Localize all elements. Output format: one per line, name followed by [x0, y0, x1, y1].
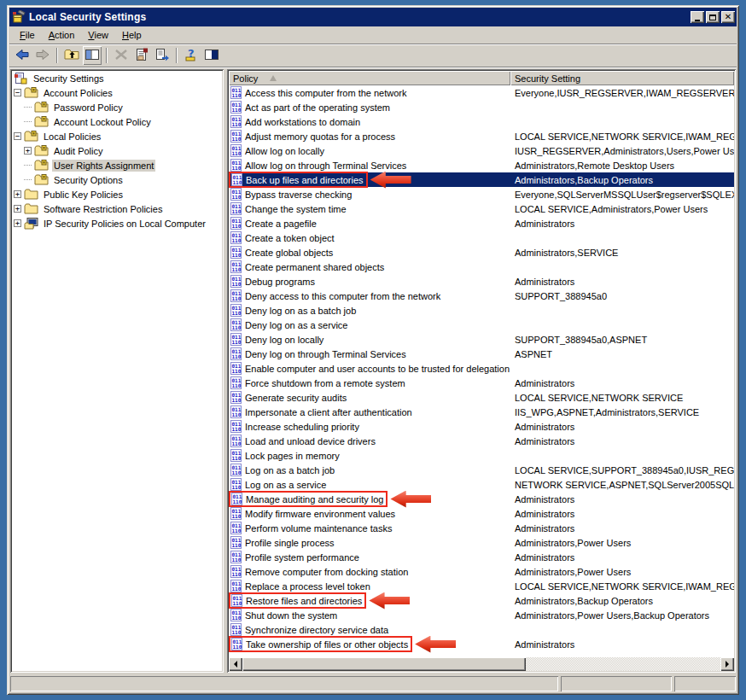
policy-cell: 011110Deny log on through Terminal Servi…	[229, 347, 510, 360]
tree-item-local-policies[interactable]: −Local Policies	[12, 129, 222, 143]
tree-item-software-restriction-policies[interactable]: +Software Restriction Policies	[12, 201, 222, 216]
tree-item-security-options[interactable]: Security Options	[12, 172, 222, 187]
security-setting-cell: Administrators	[510, 378, 734, 388]
policy-rows: 011110Access this computer from the netw…	[229, 85, 734, 657]
collapse-minus-box[interactable]: −	[14, 89, 21, 96]
close-button[interactable]: ✕	[721, 11, 735, 23]
folder-lock-icon	[34, 115, 49, 128]
svg-text:110: 110	[232, 223, 242, 229]
help-button[interactable]: ?	[182, 46, 201, 65]
tree-item-audit-policy[interactable]: +Audit Policy	[12, 143, 222, 158]
policy-row[interactable]: 011110Replace a process level tokenLOCAL…	[229, 579, 734, 593]
svg-text:110: 110	[232, 237, 242, 243]
policy-cell: 011110Allow log on through Terminal Serv…	[229, 159, 510, 172]
policy-row[interactable]: 011110Deny access to this computer from …	[229, 289, 734, 303]
policy-row[interactable]: 011110Create global objectsAdministrator…	[229, 245, 734, 260]
policy-row[interactable]: 011110Deny log on locallySUPPORT_388945a…	[229, 332, 734, 347]
menu-item-file[interactable]: File	[13, 28, 42, 42]
scroll-left-button[interactable]	[229, 657, 242, 671]
policy-row[interactable]: 011110Remove computer from docking stati…	[229, 564, 734, 579]
policy-row[interactable]: 011110Perform volume maintenance tasksAd…	[229, 521, 734, 535]
policy-icon: 011110	[230, 420, 242, 433]
minimize-button[interactable]	[691, 11, 704, 23]
policy-row[interactable]: 011110Bypass traverse checkingEveryone,S…	[229, 187, 734, 201]
policy-row[interactable]: 011110Enable computer and user accounts …	[229, 361, 734, 376]
policy-row[interactable]: 011110Deny log on as a service	[229, 318, 734, 332]
export-list-icon	[154, 48, 170, 63]
policy-row[interactable]: 011110Shut down the systemAdministrators…	[229, 608, 734, 622]
svg-text:110: 110	[232, 353, 242, 359]
scrollbar-track[interactable]	[242, 657, 720, 671]
properties-button[interactable]	[132, 46, 151, 65]
policy-row[interactable]: 011110Act as part of the operating syste…	[229, 100, 734, 114]
svg-text:110: 110	[232, 324, 242, 330]
policy-row[interactable]: 011110Lock pages in memory	[229, 448, 734, 463]
tree-item-password-policy[interactable]: Password Policy	[12, 100, 222, 114]
export-list-button[interactable]	[153, 46, 172, 65]
annotation-red-arrow-icon	[369, 592, 410, 610]
tree-item-user-rights-assignment[interactable]: User Rights Assignment	[12, 158, 222, 172]
scrollbar-thumb[interactable]	[242, 657, 526, 671]
policy-cell: 011110Synchronize directory service data	[229, 623, 510, 636]
policy-row[interactable]: 011110Restore files and directoriesAdmin…	[229, 593, 734, 608]
svg-text:110: 110	[232, 266, 242, 272]
column-header-policy[interactable]: Policy	[229, 71, 510, 85]
tree-item-ip-security-policies-on-local-computer[interactable]: +IP Security Policies on Local Computer	[12, 216, 222, 230]
policy-row[interactable]: 011110Create permanent shared objects	[229, 260, 734, 274]
policy-row[interactable]: 011110Log on as a serviceNETWORK SERVICE…	[229, 477, 734, 492]
show-hide-action-pane-button[interactable]	[202, 46, 221, 65]
policy-row[interactable]: 011110Generate security auditsLOCAL SERV…	[229, 390, 734, 405]
policy-name: Create a pagefile	[245, 219, 317, 229]
expand-plus-box[interactable]: +	[24, 147, 32, 155]
expand-plus-box[interactable]: +	[14, 205, 21, 213]
collapse-minus-box[interactable]: −	[14, 132, 21, 140]
back-button[interactable]	[13, 46, 32, 65]
policy-row[interactable]: 011110Change the system timeLOCAL SERVIC…	[229, 201, 734, 216]
expand-plus-box[interactable]: +	[14, 190, 21, 198]
policy-row[interactable]: 011110Create a token object	[229, 230, 734, 245]
policy-cell: 011110Debug programs	[229, 275, 510, 288]
policy-row[interactable]: 011110Load and unload device driversAdmi…	[229, 434, 734, 448]
policy-row[interactable]: 011110Modify firmware environment values…	[229, 506, 734, 521]
policy-row[interactable]: 011110Access this computer from the netw…	[229, 85, 734, 100]
policy-row[interactable]: 011110Increase scheduling priorityAdmini…	[229, 419, 734, 434]
security-setting-cell: NETWORK SERVICE,ASPNET,SQLServer2005SQLB…	[510, 480, 734, 490]
up-one-level-button[interactable]	[62, 46, 81, 65]
svg-text:110: 110	[232, 339, 242, 345]
title-bar[interactable]: Local Security Settings ✕	[9, 8, 737, 26]
policy-icon: 011110	[230, 507, 242, 520]
maximize-button[interactable]	[706, 11, 720, 23]
policy-row[interactable]: 011110Profile system performanceAdminist…	[229, 550, 734, 564]
policy-row[interactable]: 011110Synchronize directory service data	[229, 622, 734, 637]
policy-row[interactable]: 011110Adjust memory quotas for a process…	[229, 129, 734, 143]
policy-row[interactable]: 011110Manage auditing and security logAd…	[229, 492, 734, 506]
menu-item-action[interactable]: Action	[42, 28, 82, 42]
policy-row[interactable]: 011110Take ownership of files or other o…	[229, 637, 734, 651]
policy-row[interactable]: 011110Log on as a batch jobLOCAL SERVICE…	[229, 463, 734, 477]
policy-row[interactable]: 011110Force shutdown from a remote syste…	[229, 376, 734, 390]
tree-item-account-lockout-policy[interactable]: Account Lockout Policy	[12, 114, 222, 129]
expand-plus-box[interactable]: +	[14, 219, 21, 227]
policy-row[interactable]: 011110Allow log on locallyIUSR_REGSERVER…	[229, 143, 734, 158]
scroll-right-button[interactable]	[720, 657, 734, 671]
menu-item-help[interactable]: Help	[115, 28, 149, 42]
tree-item-public-key-policies[interactable]: +Public Key Policies	[12, 187, 222, 201]
policy-row[interactable]: 011110Add workstations to domain	[229, 114, 734, 129]
policy-row[interactable]: 011110Impersonate a client after authent…	[229, 405, 734, 419]
policy-row[interactable]: 011110Back up files and directoriesAdmin…	[229, 172, 734, 187]
horizontal-scrollbar[interactable]	[229, 657, 734, 671]
menu-item-view[interactable]: View	[81, 28, 115, 42]
policy-row[interactable]: 011110Allow log on through Terminal Serv…	[229, 158, 734, 172]
tree-item-account-policies[interactable]: −Account Policies	[12, 85, 222, 100]
show-hide-console-tree-button[interactable]	[83, 46, 102, 65]
policy-cell: 011110Remove computer from docking stati…	[229, 565, 510, 578]
policy-row[interactable]: 011110Create a pagefileAdministrators	[229, 216, 734, 230]
sort-ascending-icon	[270, 75, 277, 81]
tree-item-security-settings[interactable]: Security Settings	[12, 71, 222, 85]
policy-row[interactable]: 011110Profile single processAdministrato…	[229, 535, 734, 550]
policy-cell: 011110Back up files and directories	[229, 172, 510, 189]
policy-row[interactable]: 011110Deny log on as a batch job	[229, 303, 734, 318]
policy-row[interactable]: 011110Debug programsAdministrators	[229, 274, 734, 289]
column-header-security-setting[interactable]: Security Setting	[510, 71, 734, 85]
policy-row[interactable]: 011110Deny log on through Terminal Servi…	[229, 347, 734, 361]
